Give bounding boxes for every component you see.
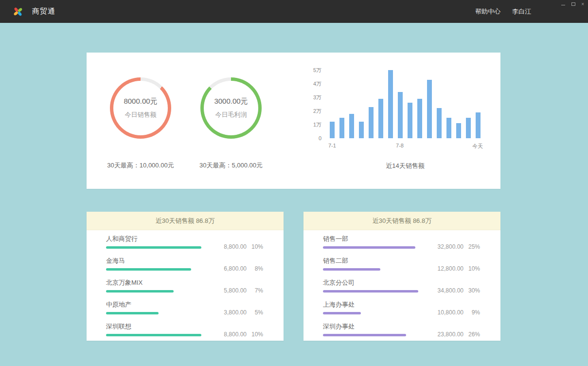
sales-bar <box>378 99 383 138</box>
item-progress-bar <box>323 246 415 249</box>
sales-bar-chart <box>327 70 483 138</box>
item-amount: 23,800.00 <box>432 331 463 338</box>
item-info: 中原地产 <box>106 301 209 314</box>
bar-slot <box>337 70 347 138</box>
item-name: 北京分公司 <box>323 279 426 287</box>
sales-bar <box>456 123 461 138</box>
sales-bar <box>359 122 364 138</box>
list-item: 销售一部32,800.0025% <box>323 231 480 253</box>
sales-bar <box>388 70 393 138</box>
item-percent: 9% <box>463 309 480 316</box>
item-info: 销售二部 <box>323 257 426 271</box>
sales-bar <box>466 118 471 138</box>
sales-trend-chart: 5万4万3万2万1万0 7-17-8今天 近14天销售额 <box>310 53 500 189</box>
x-tick-label <box>337 138 347 149</box>
item-values: 23,800.0026% <box>426 331 480 338</box>
bar-slot <box>444 70 454 138</box>
brand: 商贸通 <box>0 6 55 17</box>
x-tick-label <box>347 138 356 149</box>
y-tick-label: 4万 <box>313 80 321 88</box>
item-name: 上海办事处 <box>323 301 426 309</box>
list-item: 深圳联想8,800.0010% <box>106 319 263 341</box>
item-amount: 6,800.00 <box>215 265 247 272</box>
item-info: 上海办事处 <box>323 301 426 314</box>
sales-summary-card: 8000.00元 今日销售额 30天最高：10,000.00元 3000.00元… <box>87 53 500 189</box>
item-values: 12,800.0010% <box>426 265 480 272</box>
item-percent: 25% <box>463 243 480 250</box>
today-profit-30day-max: 30天最高：5,000.00元 <box>199 161 263 170</box>
item-values: 5,800.007% <box>209 287 263 294</box>
item-values: 8,800.0010% <box>209 331 263 338</box>
today-profit-value: 3000.00元 <box>214 97 248 106</box>
x-tick-label <box>453 138 463 149</box>
list-item: 上海办事处10,800.009% <box>323 297 480 319</box>
item-amount: 34,800.00 <box>432 287 463 294</box>
item-progress-bar <box>323 268 380 271</box>
bar-slot <box>415 70 425 138</box>
item-amount: 32,800.00 <box>432 243 463 250</box>
item-info: 深圳联想 <box>106 323 209 336</box>
card-rows: 人和商贸行8,800.0010%金海马6,800.008%北京万象MIX5,80… <box>87 230 284 341</box>
sales-bar <box>417 99 422 138</box>
item-name: 北京万象MIX <box>106 279 209 287</box>
item-name: 销售二部 <box>323 257 426 265</box>
item-values: 32,800.0025% <box>426 243 480 250</box>
list-item: 金海马6,800.008% <box>106 253 263 275</box>
item-name: 金海马 <box>106 257 209 265</box>
x-tick-label <box>385 138 395 149</box>
x-tick-label <box>433 138 443 149</box>
close-icon[interactable]: × <box>581 2 584 6</box>
x-tick-label: 7-1 <box>327 138 337 149</box>
item-info: 销售一部 <box>323 235 426 249</box>
y-tick-label: 5万 <box>313 67 321 74</box>
maximize-icon[interactable] <box>571 2 576 6</box>
bar-slot <box>327 70 337 138</box>
y-tick-label: 2万 <box>313 108 321 115</box>
item-amount: 8,800.00 <box>215 243 247 250</box>
bar-slot <box>454 70 463 138</box>
sales-bar <box>369 107 374 138</box>
item-percent: 10% <box>463 265 480 272</box>
today-profit-donut-block: 3000.00元 今日毛利润 30天最高：5,000.00元 <box>195 53 267 189</box>
item-progress-bar <box>106 268 191 271</box>
today-sales-30day-max: 30天最高：10,000.00元 <box>107 161 174 170</box>
donut-center: 8000.00元 今日销售额 <box>113 81 168 135</box>
item-progress-bar <box>323 312 361 314</box>
titlebar: 商贸通 帮助中心 李白江 × <box>0 0 588 23</box>
list-item: 中原地产3,800.005% <box>106 297 263 319</box>
bar-slot <box>376 70 386 138</box>
sales-bar <box>398 92 403 138</box>
help-center-link[interactable]: 帮助中心 <box>475 7 500 16</box>
sales-bar <box>446 118 451 138</box>
card-rows: 销售一部32,800.0025%销售二部12,800.0010%北京分公司34,… <box>303 230 500 341</box>
item-percent: 8% <box>247 265 263 272</box>
bar-slot <box>366 70 376 138</box>
app-title: 商贸通 <box>32 7 55 16</box>
sales-bar <box>427 80 432 138</box>
bar-slot <box>434 70 444 138</box>
list-item: 北京万象MIX5,800.007% <box>106 275 263 297</box>
x-tick-label <box>443 138 453 149</box>
item-progress-bar <box>323 334 406 336</box>
item-progress-bar <box>106 334 201 336</box>
item-values: 8,800.0010% <box>209 243 263 250</box>
today-sales-label: 今日销售额 <box>125 110 157 119</box>
list-item: 深圳办事处23,800.0026% <box>323 319 480 341</box>
sales-bar <box>349 114 354 138</box>
user-name-link[interactable]: 李白江 <box>512 7 531 16</box>
y-axis: 5万4万3万2万1万0 <box>310 70 327 138</box>
minimize-icon[interactable] <box>561 2 566 6</box>
item-name: 深圳联想 <box>106 323 209 330</box>
item-info: 北京分公司 <box>323 279 426 293</box>
item-amount: 3,800.00 <box>215 309 247 316</box>
card-title: 近30天销售额 86.8万 <box>303 212 500 230</box>
item-percent: 10% <box>247 243 263 250</box>
item-name: 销售一部 <box>323 235 426 243</box>
item-name: 人和商贸行 <box>106 235 209 243</box>
bar-slot <box>425 70 434 138</box>
sales-bar <box>437 108 442 138</box>
item-percent: 26% <box>463 331 480 338</box>
item-percent: 10% <box>247 331 263 338</box>
y-tick-label: 1万 <box>313 121 321 128</box>
sales-bar <box>408 103 412 138</box>
